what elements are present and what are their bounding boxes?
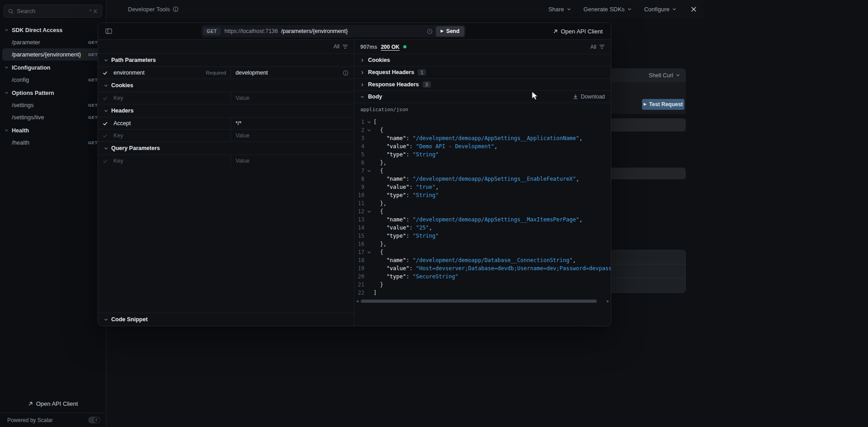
sidebar-item[interactable]: /settingsGET: [2, 99, 104, 111]
request-path: /parameters/{environment}: [281, 28, 424, 34]
content-type-label: application/json: [354, 103, 611, 115]
response-filter[interactable]: All: [590, 44, 605, 50]
line-number: 10: [357, 191, 364, 199]
param-key-cell[interactable]: Key: [112, 130, 231, 141]
fold-chevron-icon[interactable]: [364, 207, 373, 216]
endpoint-path: /settings/live: [12, 114, 88, 121]
search-input[interactable]: [17, 8, 86, 14]
param-key-cell[interactable]: environmentRequired: [112, 67, 231, 79]
response-section-body[interactable]: BodyDownload: [354, 90, 611, 103]
param-value-cell[interactable]: Value: [231, 155, 354, 167]
sidebar-item[interactable]: /configGET: [2, 74, 104, 86]
param-row: environmentRequireddevelopment: [98, 66, 354, 79]
sidebar-section-header[interactable]: IConfiguration: [0, 61, 106, 74]
scrollbar-thumb[interactable]: [361, 300, 597, 303]
code-text: },: [373, 199, 387, 207]
history-icon[interactable]: [427, 28, 433, 34]
response-panel: 907ms 200 OK All CookiesRequest Headers1…: [354, 40, 611, 326]
sidebar-toggle-icon[interactable]: [103, 25, 114, 37]
response-section-response-headers[interactable]: Response Headers3: [354, 78, 611, 90]
bg-request-card: ▶ Test Request: [611, 82, 686, 114]
scroll-right-icon[interactable]: ▶: [607, 300, 609, 303]
row-checkbox[interactable]: [98, 67, 112, 79]
send-button[interactable]: ▶ Send: [436, 26, 465, 37]
horizontal-scrollbar[interactable]: ◀ ▶: [356, 299, 609, 303]
page-title: Developer Tools: [128, 6, 179, 13]
row-checkbox[interactable]: [98, 130, 112, 141]
method-badge: GET: [88, 140, 98, 145]
download-button[interactable]: Download: [573, 94, 605, 100]
chevron-right-icon: [360, 58, 364, 62]
code-line: 13 "name": "/development/demoapp/AppSett…: [357, 216, 611, 224]
request-filter[interactable]: All: [98, 40, 354, 53]
address-input[interactable]: GET https://localhost:7136 /parameters/{…: [201, 25, 466, 38]
param-value-cell[interactable]: Value: [231, 130, 354, 141]
line-number: 7: [357, 167, 364, 175]
fold-chevron-icon[interactable]: [364, 118, 373, 126]
topbar-action-configure[interactable]: Configure: [644, 6, 676, 13]
address-bar: GET https://localhost:7136 /parameters/{…: [98, 23, 611, 40]
param-value-cell[interactable]: development: [231, 67, 354, 79]
sidebar-open-api-client-link[interactable]: Open API Client: [0, 394, 106, 413]
line-number: 2: [357, 126, 364, 134]
method-badge: GET: [88, 77, 98, 82]
code-line: 6 },: [357, 159, 611, 167]
request-section-header[interactable]: Cookies: [98, 79, 354, 92]
code-snippet-section-header[interactable]: Code Snippet: [98, 313, 354, 326]
sidebar-item[interactable]: /parameterGET: [2, 36, 104, 48]
row-checkbox[interactable]: [98, 117, 112, 129]
external-link-icon: [28, 401, 33, 406]
param-row: KeyValue: [98, 129, 354, 141]
response-section-cookies[interactable]: Cookies: [354, 54, 611, 66]
open-api-client-button[interactable]: Open API Client: [553, 28, 603, 35]
code-text: ]: [373, 289, 377, 297]
topbar-action-generate-sdks[interactable]: Generate SDKs: [584, 6, 632, 13]
param-key: Key: [113, 132, 123, 139]
code-line: 2 {: [357, 126, 611, 134]
code-text: },: [373, 240, 387, 248]
row-checkbox[interactable]: [98, 92, 112, 104]
topbar-action-share[interactable]: Share: [548, 6, 571, 13]
sidebar-section: IConfiguration/configGET: [0, 61, 106, 86]
external-link-icon: [553, 29, 558, 34]
fold-spacer: [364, 281, 373, 289]
download-label: Download: [581, 94, 605, 100]
fold-spacer: [364, 175, 373, 183]
param-row: KeyValue: [98, 92, 354, 104]
line-number: 18: [357, 256, 364, 264]
sidebar-section-header[interactable]: SDK Direct Access: [0, 24, 106, 36]
base-url: https://localhost:7136: [225, 28, 278, 34]
param-value-cell[interactable]: */*: [231, 117, 354, 129]
fold-chevron-icon[interactable]: [364, 167, 373, 175]
fold-spacer: [364, 150, 373, 159]
param-key-cell[interactable]: Key: [112, 155, 231, 167]
scroll-left-icon[interactable]: ◀: [356, 300, 359, 303]
sidebar-item[interactable]: /healthGET: [2, 136, 104, 149]
response-section-request-headers[interactable]: Request Headers1: [354, 66, 611, 78]
row-checkbox[interactable]: [98, 155, 112, 167]
chevron-right-icon: [360, 70, 364, 75]
search-box[interactable]: ^ K: [4, 5, 102, 18]
request-section-header[interactable]: Headers: [98, 104, 354, 117]
chevron-down-icon: [672, 7, 676, 11]
fold-chevron-icon[interactable]: [364, 126, 373, 134]
param-value-cell[interactable]: Value: [231, 92, 354, 104]
method-badge: GET: [88, 52, 98, 57]
request-section-header[interactable]: Path Parameters: [98, 53, 354, 66]
dark-mode-toggle[interactable]: ☾: [88, 417, 100, 423]
sidebar-item[interactable]: /parameters/{environment}GET: [2, 48, 104, 61]
request-section-header[interactable]: Query Parameters: [98, 141, 354, 155]
close-icon[interactable]: [687, 3, 700, 15]
powered-by-link[interactable]: Powered by Scalar: [7, 417, 53, 423]
code-line: 1[: [357, 118, 611, 126]
line-number: 21: [357, 281, 364, 289]
sidebar-item[interactable]: /settings/liveGET: [2, 111, 104, 123]
param-key-cell[interactable]: Accept: [112, 117, 231, 129]
fold-spacer: [364, 159, 373, 167]
param-key-cell[interactable]: Key: [112, 92, 231, 104]
code-text: {: [373, 248, 383, 256]
sidebar-section-header[interactable]: Options Pattern: [0, 87, 106, 99]
fold-chevron-icon[interactable]: [364, 248, 373, 256]
line-number: 20: [357, 272, 364, 281]
sidebar-section-header[interactable]: Health: [0, 124, 106, 136]
